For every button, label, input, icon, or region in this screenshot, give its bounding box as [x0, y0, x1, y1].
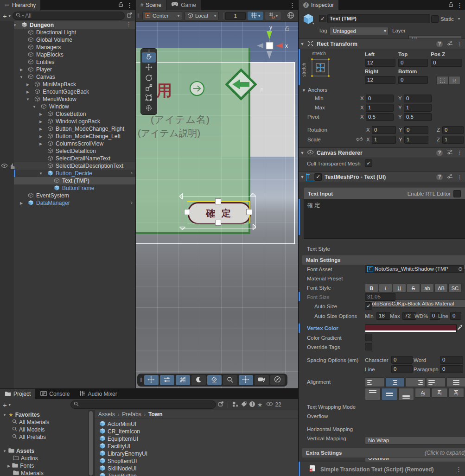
min-x-field[interactable]: 0	[366, 95, 394, 102]
hierarchy-row[interactable]: MapBlocks	[0, 51, 135, 58]
hierarchy-row[interactable]: SelectDetailDescriptionText	[0, 162, 135, 170]
gizmo-lock-icon[interactable]	[284, 25, 290, 33]
handle-left[interactable]	[184, 209, 190, 215]
left-field[interactable]: 12	[365, 59, 395, 67]
hierarchy-menu-icon[interactable]: ⋮	[127, 2, 133, 8]
override-tags-checkbox[interactable]	[365, 343, 372, 350]
file-row[interactable]: ShopItemUI	[99, 457, 137, 465]
file-row[interactable]: SkillNodeUI	[99, 465, 137, 472]
project-search-popout-icon[interactable]	[218, 401, 224, 408]
rt-preset-icon[interactable]	[446, 40, 453, 47]
file-row[interactable]: EquipItemUI	[99, 435, 138, 443]
tab-project[interactable]: Project	[0, 389, 35, 399]
hierarchy-row[interactable]: ▶ColumnsScrollView	[0, 140, 135, 147]
grid-visibility-button[interactable]: y ▾	[248, 12, 263, 20]
removed-script-header[interactable]: Simple Translation Text (Script) (Remove…	[299, 462, 465, 476]
expand-arrow-icon[interactable]: ▼	[32, 105, 37, 109]
hierarchy-row[interactable]: ▼Dungeon⋮	[0, 21, 135, 29]
gameobject-icon-caret[interactable]: ▾	[312, 22, 314, 25]
folder-label[interactable]: Fonts	[20, 463, 34, 469]
visibility-eye-icon[interactable]	[266, 401, 273, 408]
search-filter-caret-icon[interactable]: ▾	[22, 14, 24, 18]
expand-arrow-icon[interactable]: ▶	[25, 90, 31, 94]
rt-menu-icon[interactable]: ⋮	[457, 41, 463, 47]
vertex-color-swatch[interactable]	[365, 324, 457, 332]
hierarchy-row[interactable]: Directional Light	[0, 29, 135, 36]
cr-menu-icon[interactable]: ⋮	[457, 150, 463, 156]
scale-z-field[interactable]: 1	[442, 136, 464, 144]
hierarchy-row[interactable]: ▶CloseButton	[0, 110, 135, 118]
hierarchy-row[interactable]: ▼MenuWindow	[0, 95, 135, 103]
hierarchy-row[interactable]: Text (TMP)	[0, 177, 135, 184]
hierarchy-row[interactable]: Entities	[0, 58, 135, 66]
overlay-view-options-button[interactable]	[160, 375, 174, 385]
raw-edit-button[interactable]: R	[448, 76, 460, 85]
anchors-foldout-icon[interactable]: ▼	[302, 88, 306, 93]
hierarchy-row[interactable]: ▶Player	[0, 66, 135, 73]
hierarchy-row[interactable]: SelectDetailIcon	[0, 147, 135, 155]
inspector-menu-icon[interactable]: ⋮	[457, 2, 463, 8]
font-style-s-button[interactable]: S	[407, 284, 420, 292]
tmp-preset-icon[interactable]	[446, 173, 453, 180]
folder-expand-icon[interactable]: ▶	[7, 464, 10, 468]
font-style-b-button[interactable]: B	[365, 284, 378, 292]
overlay-gizmos-button[interactable]	[207, 375, 222, 385]
favorites-foldout-icon[interactable]: ▼	[3, 413, 6, 417]
overlay-search-button[interactable]	[223, 375, 237, 385]
gameobject-name-field[interactable]: Text (TMP)	[327, 14, 430, 23]
align-justify-button[interactable]	[426, 377, 446, 387]
grid-snap-button[interactable]: ▾	[265, 12, 281, 20]
file-row[interactable]: CR_ItemIcon	[99, 428, 140, 435]
handle-right[interactable]	[246, 209, 252, 215]
align-left-button[interactable]	[365, 377, 384, 387]
hand-tool-button[interactable]	[142, 52, 156, 63]
favorite-item-label[interactable]: All Models	[19, 426, 45, 433]
hierarchy-row[interactable]: EventSystem	[0, 192, 135, 199]
favorite-item-label[interactable]: All Materials	[19, 419, 49, 425]
hierarchy-row[interactable]: ▼Button_Decide›	[0, 170, 135, 177]
character-field[interactable]: 0	[391, 356, 413, 364]
breadcrumb-town[interactable]: Town	[148, 411, 162, 418]
rtl-checkbox[interactable]	[453, 190, 461, 197]
scene-menu-icon[interactable]: ⋮	[289, 2, 295, 8]
palette-drag-handle[interactable]: ≡	[141, 49, 157, 52]
scene-visibility-globe-icon[interactable]	[287, 12, 294, 20]
overlay-lighting-button[interactable]	[191, 375, 206, 385]
assets-foldout-icon[interactable]: ▼	[3, 449, 6, 453]
rot-z-field[interactable]: 0	[442, 126, 464, 134]
hierarchy-row[interactable]: ▶Button_ModeChange_Left	[0, 133, 135, 140]
tab-scene[interactable]: # Scene	[136, 0, 166, 10]
inspector-lock-icon[interactable]	[448, 1, 454, 9]
tab-audio-mixer[interactable]: Audio Mixer	[75, 389, 121, 399]
hierarchy-search-input[interactable]: ▾ All	[13, 12, 125, 20]
assets-label[interactable]: Assets	[16, 448, 34, 454]
rot-x-field[interactable]: 0	[372, 126, 396, 134]
create-object-button[interactable]: +	[3, 12, 7, 20]
expand-arrow-icon[interactable]: ▶	[25, 83, 31, 87]
word-field[interactable]: 0	[440, 356, 463, 364]
align-right-button[interactable]	[406, 377, 425, 387]
align-bottom-button[interactable]	[398, 388, 414, 400]
scale-x-field[interactable]: 1	[372, 136, 396, 144]
cr-foldout-icon[interactable]: ▼	[299, 151, 306, 155]
bottom-field[interactable]: 0	[398, 76, 428, 84]
font-style-i-button[interactable]: I	[379, 284, 392, 292]
hierarchy-row[interactable]: SelectDetailNameText	[0, 155, 135, 162]
rotate-handle-bottom-right[interactable]	[250, 224, 256, 231]
overlay-grid-button[interactable]	[176, 375, 190, 385]
hierarchy-row[interactable]: ▼Window	[0, 103, 135, 110]
min-y-field[interactable]: 0	[404, 95, 432, 102]
align-baseline-button[interactable]: Aj	[415, 388, 431, 398]
rotate-handle-top-left[interactable]	[179, 193, 185, 201]
tool-pivot-dropdown[interactable]: Center ▾	[142, 11, 182, 20]
project-search-input[interactable]	[70, 400, 216, 409]
favorite-item-label[interactable]: All Prefabs	[19, 434, 46, 440]
main-settings-bar[interactable]: Main Settings	[302, 255, 465, 265]
tmp-enabled-checkbox[interactable]	[314, 173, 322, 181]
overlay-compass-button[interactable]	[270, 375, 285, 385]
tmp-help-icon[interactable]: ?	[436, 174, 443, 180]
align-center-button[interactable]	[385, 377, 405, 387]
rect-tool-button[interactable]	[142, 93, 156, 103]
cr-help-icon[interactable]: ?	[436, 150, 443, 156]
pivot-x-field[interactable]: 0.5	[366, 113, 394, 121]
